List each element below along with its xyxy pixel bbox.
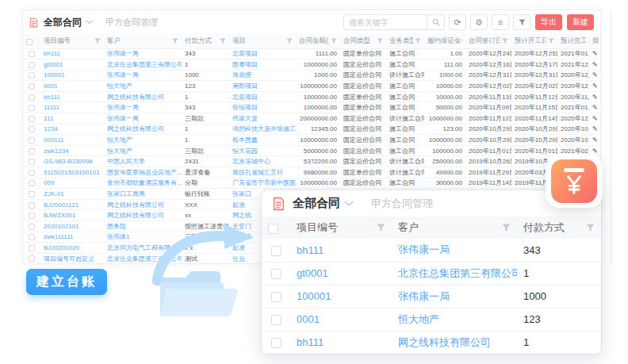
filter-icon[interactable] bbox=[331, 38, 337, 44]
columns-icon[interactable]: ≡ bbox=[492, 14, 509, 30]
export-button[interactable]: 导出 bbox=[535, 14, 562, 30]
row-checkbox[interactable] bbox=[29, 191, 35, 197]
scrollbar-track[interactable] bbox=[611, 11, 611, 263]
cell-link[interactable]: 张伟康一局 bbox=[104, 70, 182, 81]
cell-link[interactable]: 北装项目 bbox=[229, 91, 296, 102]
cell-link[interactable]: 张伟康一局 bbox=[104, 102, 182, 113]
select-all-checkbox[interactable] bbox=[26, 39, 33, 45]
create-button[interactable]: 新建 bbox=[567, 14, 594, 30]
cell-link[interactable]: 伟康大厦 bbox=[229, 113, 296, 125]
cell-link[interactable]: 网之线科技有限公司 bbox=[104, 199, 182, 210]
cell-link[interactable]: 11111 bbox=[40, 102, 104, 113]
cell-link[interactable]: 网之线科技有限公司 bbox=[392, 331, 517, 354]
create-ledger-button[interactable]: 建立台账 bbox=[26, 269, 107, 295]
cell-link[interactable]: 裕丰国鑫 bbox=[229, 135, 296, 146]
search-icon[interactable] bbox=[427, 15, 444, 29]
filter-icon[interactable] bbox=[172, 38, 178, 44]
row-checkbox[interactable] bbox=[29, 213, 35, 219]
row-checkbox[interactable] bbox=[271, 292, 281, 302]
filter-icon[interactable] bbox=[94, 38, 101, 44]
cell-link[interactable]: 100001 bbox=[290, 285, 392, 308]
filter-icon[interactable] bbox=[286, 38, 293, 44]
edit-pencil-icon[interactable]: ✎ bbox=[589, 124, 601, 135]
filter-icon[interactable] bbox=[377, 38, 383, 44]
row-checkbox[interactable] bbox=[29, 116, 35, 122]
filter-icon[interactable] bbox=[502, 38, 508, 44]
edit-pencil-icon[interactable]: ✎ bbox=[589, 113, 601, 125]
row-checkbox[interactable] bbox=[29, 224, 35, 230]
filter-icon[interactable] bbox=[513, 14, 530, 30]
cell-link[interactable]: ZJK-01 bbox=[40, 189, 104, 200]
cell-link[interactable]: 北京乐城中心 bbox=[229, 156, 296, 167]
cell-link[interactable]: 恒大地产 bbox=[104, 81, 182, 92]
cell-link[interactable]: 张伟康一局 bbox=[392, 285, 517, 308]
row-checkbox[interactable] bbox=[271, 246, 281, 256]
edit-pencil-icon[interactable]: ✎ bbox=[589, 48, 601, 59]
cell-link[interactable]: 北京住总集团第三有限公司 bbox=[392, 262, 517, 285]
row-checkbox[interactable] bbox=[271, 269, 281, 279]
cell-link[interactable]: 南部项目 bbox=[229, 81, 296, 92]
cell-link[interactable]: gt0001 bbox=[290, 262, 392, 285]
edit-pencil-icon[interactable]: ✎ bbox=[589, 59, 601, 71]
cell-link[interactable]: 北京住总集团第三有限公司 bbox=[104, 59, 182, 71]
row-checkbox[interactable] bbox=[29, 94, 35, 101]
cell-link[interactable]: 北装项目 bbox=[229, 48, 296, 59]
cell-link[interactable]: 2020102101 bbox=[40, 221, 104, 232]
breadcrumb-subtitle[interactable]: 甲方合同管理 bbox=[105, 17, 158, 29]
cell-link[interactable]: 恒大花园 bbox=[229, 145, 296, 156]
cell-link[interactable]: 恒大地产 bbox=[104, 145, 182, 156]
cell-link[interactable]: 项目编号可自定义 bbox=[40, 253, 104, 264]
row-checkbox[interactable] bbox=[29, 62, 35, 68]
filter-icon[interactable] bbox=[548, 38, 554, 44]
row-checkbox[interactable] bbox=[29, 105, 35, 111]
cell-link[interactable]: bh111 bbox=[40, 48, 104, 59]
cell-link[interactable]: 中国人民大学 bbox=[104, 156, 182, 167]
cell-link[interactable]: 0001 bbox=[40, 81, 104, 92]
row-checkbox[interactable] bbox=[29, 72, 35, 79]
search-input[interactable] bbox=[344, 18, 427, 27]
cell-link[interactable]: 恒大地产 bbox=[104, 135, 182, 146]
cell-link[interactable]: zwk111111 bbox=[40, 232, 104, 243]
row-checkbox[interactable] bbox=[29, 159, 35, 165]
cell-link[interactable]: 网之线科技有限公司 bbox=[104, 124, 182, 135]
row-checkbox[interactable] bbox=[29, 148, 35, 155]
cell-link[interactable]: 000111 bbox=[40, 135, 104, 146]
edit-pencil-icon[interactable]: ✎ bbox=[589, 135, 601, 146]
cell-link[interactable]: 鸿鹄科技大厦外墙施工项目 bbox=[229, 124, 296, 135]
edit-pencil-icon[interactable]: ✎ bbox=[589, 102, 601, 113]
row-checkbox[interactable] bbox=[29, 137, 35, 144]
filter-icon[interactable] bbox=[220, 38, 226, 44]
row-checkbox[interactable] bbox=[29, 245, 35, 251]
cell-link[interactable]: 国泰项目 bbox=[229, 59, 296, 71]
filter-icon[interactable] bbox=[586, 224, 595, 232]
cell-link[interactable]: 海底捞 bbox=[229, 70, 296, 81]
row-checkbox[interactable] bbox=[29, 255, 35, 262]
cell-link[interactable]: 恒大地产 bbox=[392, 308, 517, 331]
cell-link[interactable]: 1234 bbox=[40, 124, 104, 135]
chevron-down-icon[interactable] bbox=[86, 20, 93, 25]
filter-icon[interactable] bbox=[502, 224, 511, 232]
cell-link[interactable]: 100001 bbox=[40, 70, 104, 81]
cell-link[interactable]: bh111 bbox=[40, 91, 104, 102]
row-checkbox[interactable] bbox=[29, 170, 35, 176]
row-checkbox[interactable] bbox=[271, 315, 281, 325]
cell-link[interactable]: zwk1234 bbox=[40, 145, 104, 156]
cell-link[interactable]: GS-983-BJ30998 bbox=[40, 156, 104, 167]
cell-link[interactable]: 111 bbox=[40, 113, 104, 125]
row-checkbox[interactable] bbox=[29, 51, 35, 57]
edit-pencil-icon[interactable]: ✎ bbox=[589, 70, 601, 81]
cell-link[interactable]: 张伟康一局 bbox=[104, 113, 182, 125]
cell-link[interactable]: BJWZX001 bbox=[40, 210, 104, 221]
cell-link[interactable]: bh111 bbox=[290, 239, 392, 262]
cell-link[interactable]: 009 bbox=[40, 178, 104, 189]
gear-icon[interactable]: ⚙ bbox=[470, 14, 488, 30]
cell-link[interactable]: BJ20201020 bbox=[40, 243, 104, 254]
cell-link[interactable]: 广东省晋宁市新中医医院... bbox=[229, 178, 296, 189]
filter-icon[interactable] bbox=[377, 224, 385, 232]
edit-pencil-icon[interactable]: ✎ bbox=[589, 81, 601, 92]
select-all-checkbox[interactable] bbox=[268, 224, 278, 234]
overlay-subtitle[interactable]: 甲方合同管理 bbox=[371, 197, 433, 211]
cell-link[interactable]: 张恒项目 bbox=[229, 102, 296, 113]
cell-link[interactable]: 贵州市都昉重酒店服务有... bbox=[104, 178, 182, 189]
cell-link[interactable]: 廊坊孔雀城汇景轩 bbox=[229, 167, 296, 178]
